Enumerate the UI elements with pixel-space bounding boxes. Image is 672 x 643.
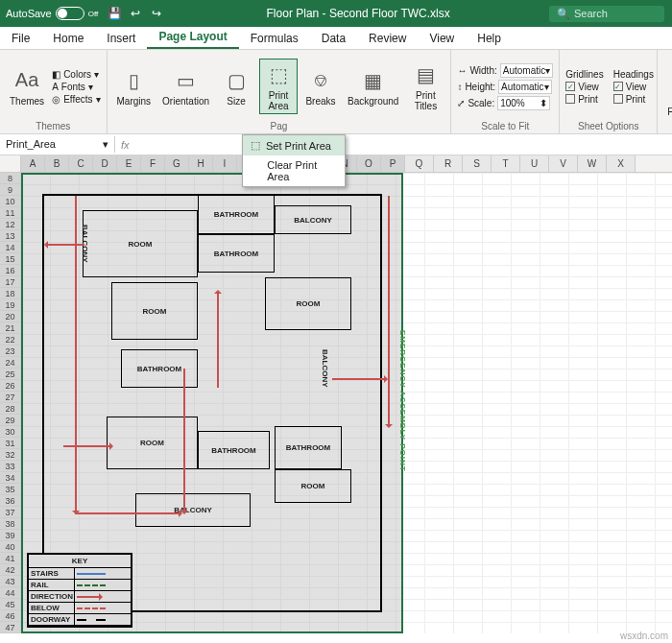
- breaks-button[interactable]: ⎊Breaks: [301, 65, 340, 108]
- row-header[interactable]: 43: [0, 576, 20, 587]
- row-header[interactable]: 23: [0, 345, 20, 357]
- row-header[interactable]: 27: [0, 392, 20, 403]
- row-header[interactable]: 24: [0, 357, 20, 369]
- row-header[interactable]: 31: [0, 438, 20, 449]
- row-header[interactable]: 20: [0, 311, 20, 322]
- col-header[interactable]: U: [520, 155, 549, 172]
- redo-icon[interactable]: ↪: [148, 5, 165, 22]
- themes-button[interactable]: AaThemes: [6, 65, 48, 108]
- row-header[interactable]: 37: [0, 507, 20, 518]
- fonts-button[interactable]: A Fonts ▾: [52, 82, 100, 92]
- row-header[interactable]: 33: [0, 461, 20, 472]
- col-header[interactable]: V: [549, 155, 578, 172]
- row-header[interactable]: 18: [0, 288, 20, 299]
- row-header[interactable]: 44: [0, 587, 20, 599]
- size-button[interactable]: ▢Size: [217, 65, 255, 108]
- cursor-icon: ⬚: [251, 139, 260, 152]
- width-dropdown[interactable]: Automatic▾: [500, 63, 553, 78]
- tab-home[interactable]: Home: [41, 28, 95, 49]
- row-header[interactable]: 35: [0, 484, 20, 495]
- colors-button[interactable]: ◧ Colors ▾: [52, 69, 100, 80]
- fx-icon[interactable]: fx: [115, 139, 135, 151]
- height-dropdown[interactable]: Automatic▾: [498, 80, 551, 94]
- row-header[interactable]: 26: [0, 380, 20, 392]
- row-header[interactable]: 30: [0, 426, 20, 438]
- toggle-icon: [56, 7, 84, 20]
- orientation-button[interactable]: ▭Orientation: [158, 65, 213, 108]
- headings-view-checkbox[interactable]: View: [613, 82, 654, 92]
- col-header[interactable]: R: [434, 155, 463, 172]
- background-button[interactable]: ▦Background: [344, 65, 402, 108]
- gridlines-print-checkbox[interactable]: Print: [565, 94, 603, 105]
- row-header[interactable]: 12: [0, 219, 20, 230]
- save-icon[interactable]: 💾: [106, 5, 123, 22]
- col-header[interactable]: S: [463, 155, 492, 172]
- margins-button[interactable]: ▯Margins: [113, 65, 156, 108]
- col-header[interactable]: E: [117, 155, 141, 172]
- row-header[interactable]: 16: [0, 265, 20, 276]
- col-header[interactable]: O: [357, 155, 381, 172]
- row-header[interactable]: 32: [0, 449, 20, 461]
- col-header[interactable]: Q: [405, 155, 434, 172]
- row-header[interactable]: 45: [0, 599, 20, 610]
- tab-review[interactable]: Review: [357, 28, 418, 49]
- tab-help[interactable]: Help: [466, 28, 513, 49]
- row-header[interactable]: 39: [0, 530, 20, 541]
- col-header[interactable]: G: [165, 155, 189, 172]
- tab-view[interactable]: View: [418, 28, 466, 49]
- row-header[interactable]: 8: [0, 173, 20, 184]
- bring-forward-button[interactable]: ◩Bring Forward: [663, 65, 672, 119]
- row-header[interactable]: 9: [0, 184, 20, 196]
- row-header[interactable]: 25: [0, 369, 20, 380]
- col-header[interactable]: C: [69, 155, 93, 172]
- row-header[interactable]: 47: [0, 622, 20, 633]
- tab-formulas[interactable]: Formulas: [239, 28, 310, 49]
- clear-print-area-item[interactable]: Clear Print Area: [243, 155, 345, 186]
- search-input[interactable]: 🔍 Search: [549, 6, 664, 22]
- set-print-area-item[interactable]: ⬚Set Print Area: [243, 135, 345, 155]
- row-header[interactable]: 36: [0, 495, 20, 507]
- row-header[interactable]: 10: [0, 196, 20, 207]
- row-header[interactable]: 29: [0, 415, 20, 426]
- tab-data[interactable]: Data: [310, 28, 357, 49]
- row-header[interactable]: 40: [0, 541, 20, 553]
- row-header[interactable]: 46: [0, 610, 20, 622]
- effects-button[interactable]: ◎ Effects ▾: [52, 94, 100, 105]
- gridlines-view-checkbox[interactable]: View: [565, 82, 603, 92]
- col-header[interactable]: P: [381, 155, 405, 172]
- select-all-corner[interactable]: [0, 155, 21, 172]
- row-header[interactable]: 11: [0, 207, 20, 219]
- row-header[interactable]: 28: [0, 403, 20, 415]
- row-header[interactable]: 34: [0, 472, 20, 484]
- worksheet[interactable]: ABCDEFGHIJKLMNOPQRSTUVWX 891011121314151…: [0, 155, 672, 633]
- name-box[interactable]: Print_Area▾: [0, 136, 115, 153]
- col-header[interactable]: B: [45, 155, 69, 172]
- row-header[interactable]: 14: [0, 242, 20, 253]
- print-area-button[interactable]: ⬚Print Area: [259, 59, 298, 114]
- col-header[interactable]: D: [93, 155, 117, 172]
- row-header[interactable]: 38: [0, 518, 20, 530]
- row-header[interactable]: 13: [0, 230, 20, 242]
- row-header[interactable]: 21: [0, 322, 20, 334]
- row-header[interactable]: 22: [0, 334, 20, 345]
- col-header[interactable]: F: [141, 155, 165, 172]
- row-header[interactable]: 19: [0, 299, 20, 311]
- col-header[interactable]: T: [492, 155, 520, 172]
- col-header[interactable]: W: [578, 155, 607, 172]
- col-header[interactable]: H: [189, 155, 213, 172]
- row-header[interactable]: 42: [0, 564, 20, 576]
- col-header[interactable]: X: [607, 155, 636, 172]
- scale-dropdown[interactable]: 100%⬍: [497, 96, 550, 110]
- print-titles-button[interactable]: ▤Print Titles: [406, 60, 444, 113]
- tab-insert[interactable]: Insert: [95, 28, 147, 49]
- row-header[interactable]: 41: [0, 553, 20, 564]
- undo-icon[interactable]: ↩: [127, 5, 144, 22]
- headings-print-checkbox[interactable]: Print: [613, 94, 654, 105]
- tab-page-layout[interactable]: Page Layout: [147, 26, 238, 49]
- tab-file[interactable]: File: [0, 28, 41, 49]
- col-header[interactable]: I: [213, 155, 237, 172]
- row-header[interactable]: 15: [0, 253, 20, 265]
- autosave-toggle[interactable]: AutoSave Off: [0, 7, 104, 20]
- col-header[interactable]: A: [21, 155, 45, 172]
- row-header[interactable]: 17: [0, 276, 20, 288]
